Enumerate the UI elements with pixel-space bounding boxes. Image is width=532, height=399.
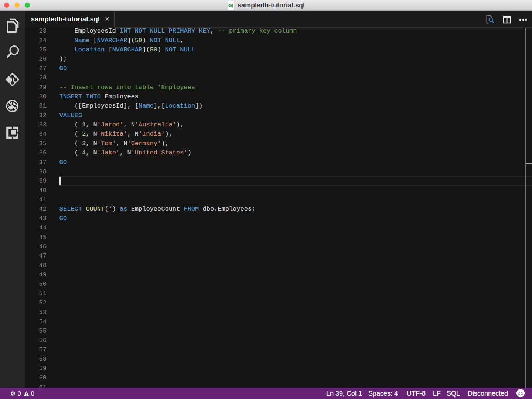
svg-text:0: 0	[31, 390, 34, 397]
svg-text:0: 0	[18, 390, 21, 397]
